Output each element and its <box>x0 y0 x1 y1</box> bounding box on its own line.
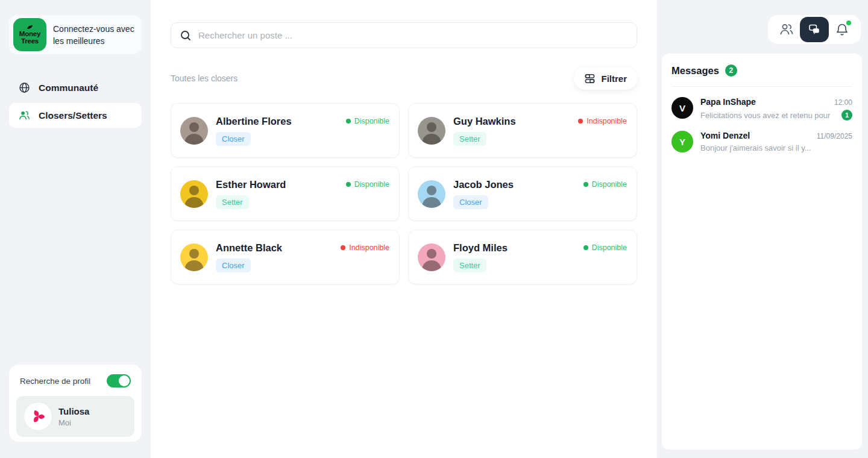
profile-card[interactable]: Albertine Flores Closer Disponible <box>171 103 400 158</box>
profile-name: Floyd Miles <box>453 242 508 254</box>
brand-name-line1: Money <box>19 30 40 37</box>
profile-name: Annette Black <box>216 242 282 254</box>
people-icon <box>18 109 31 122</box>
person-silhouette-icon <box>180 243 208 271</box>
status-dot-icon <box>346 182 351 187</box>
role-badge: Closer <box>216 259 251 272</box>
person-silhouette-icon <box>418 117 445 145</box>
app-window: Money Trees Connectez-vous avec les meil… <box>0 0 868 458</box>
sender-name: Yomi Denzel <box>700 131 750 140</box>
sidebar-item-communaute[interactable]: Communauté <box>9 77 142 99</box>
profiles-grid: Albertine Flores Closer Disponible Guy H… <box>171 103 637 284</box>
people-icon <box>779 22 794 37</box>
section-label: Toutes les closers <box>171 74 237 83</box>
sidebar-item-closers-setters[interactable]: Closers/Setters <box>9 103 142 128</box>
profile-name: Esther Howard <box>216 179 286 190</box>
contacts-button[interactable] <box>773 17 800 42</box>
status-dot-icon <box>341 245 345 250</box>
role-badge: Closer <box>453 195 488 209</box>
right-panel: Messages 2 V Papa InShape 12:00 Felicita… <box>657 0 868 458</box>
profile-name: Albertine Flores <box>216 116 292 127</box>
main-content: Toutes les closers Filtrer Albertine Flo… <box>151 0 657 458</box>
person-silhouette-icon <box>180 117 208 145</box>
avatar <box>418 180 445 208</box>
chat-icon <box>807 22 822 37</box>
sidebar: Money Trees Connectez-vous avec les meil… <box>0 0 151 458</box>
profile-name: Jacob Jones <box>453 179 514 190</box>
status-dot-icon <box>583 245 588 250</box>
profile-card[interactable]: Guy Hawkins Setter Indisponible <box>408 103 637 158</box>
profile-search-label: Recherche de profil <box>20 377 90 386</box>
sidebar-item-label: Communauté <box>39 83 98 93</box>
chat-button[interactable] <box>800 17 829 42</box>
search-icon <box>180 30 192 42</box>
status-badge: Indisponible <box>578 117 627 125</box>
search-input[interactable] <box>198 30 628 40</box>
status-badge: Disponible <box>583 243 627 252</box>
toggle-knob <box>119 375 130 386</box>
status-badge: Indisponible <box>341 243 389 252</box>
sender-avatar: Y <box>671 131 693 152</box>
profile-card[interactable]: Jacob Jones Closer Disponible <box>408 166 637 221</box>
message-time: 12:00 <box>834 98 852 107</box>
profile-search-card: Recherche de profil Tuliosa Moi <box>9 365 142 442</box>
avatar <box>180 243 208 271</box>
message-time: 11/09/2025 <box>817 132 852 140</box>
user-subtitle: Moi <box>58 418 89 427</box>
profile-name: Guy Hawkins <box>453 116 516 127</box>
topbar-icons <box>768 15 861 44</box>
current-user-card[interactable]: Tuliosa Moi <box>16 396 134 437</box>
globe-icon <box>18 81 31 94</box>
avatar <box>180 180 208 208</box>
role-badge: Setter <box>453 259 486 272</box>
brand-tagline: Connectez-vous avec les meilleures <box>53 23 134 47</box>
person-silhouette-icon <box>418 243 445 271</box>
messages-panel: Messages 2 V Papa InShape 12:00 Felicita… <box>662 54 862 450</box>
swirl-logo-icon <box>30 408 46 425</box>
status-dot-icon <box>346 119 351 124</box>
search-bar <box>171 22 637 48</box>
status-badge: Disponible <box>346 117 389 125</box>
status-badge: Disponible <box>346 180 389 189</box>
brand-logo: Money Trees <box>13 18 46 51</box>
role-badge: Setter <box>216 195 249 209</box>
leaf-icon <box>27 25 33 30</box>
message-preview: Felicitations vous avez et retenu pour <box>700 111 830 120</box>
brand-name-line2: Trees <box>21 37 39 45</box>
notifications-button[interactable] <box>829 17 855 42</box>
divider <box>671 86 852 87</box>
sender-name: Papa InShape <box>700 97 756 107</box>
brand-card: Money Trees Connectez-vous avec les meil… <box>9 15 142 54</box>
profile-search-toggle[interactable] <box>107 374 131 387</box>
status-dot-icon <box>583 182 588 187</box>
toolbar: Toutes les closers Filtrer <box>171 67 637 90</box>
notification-dot <box>846 20 851 25</box>
sidebar-item-label: Closers/Setters <box>39 110 107 121</box>
avatar <box>418 243 445 271</box>
role-badge: Closer <box>216 132 251 146</box>
role-badge: Setter <box>453 132 486 146</box>
message-item[interactable]: V Papa InShape 12:00 Felicitations vous … <box>671 97 852 121</box>
profile-card[interactable]: Annette Black Closer Indisponible <box>171 230 400 284</box>
messages-title: Messages <box>671 65 719 77</box>
person-silhouette-icon <box>418 180 445 208</box>
user-avatar <box>24 402 52 431</box>
sliders-icon <box>584 73 596 84</box>
filter-button-label: Filtrer <box>601 74 627 84</box>
avatar <box>180 117 208 145</box>
person-silhouette-icon <box>180 180 208 208</box>
message-preview: Bonjour j'aimerais savoir si il y... <box>700 143 811 152</box>
avatar <box>418 117 445 145</box>
filter-button[interactable]: Filtrer <box>574 67 637 90</box>
profile-card[interactable]: Esther Howard Setter Disponible <box>171 166 400 221</box>
status-dot-icon <box>578 119 583 124</box>
messages-unread-badge: 2 <box>725 64 737 77</box>
sidebar-nav: Communauté Closers/Setters <box>9 77 142 132</box>
message-item[interactable]: Y Yomi Denzel 11/09/2025 Bonjour j'aimer… <box>671 131 852 152</box>
profile-card[interactable]: Floyd Miles Setter Disponible <box>408 230 637 284</box>
status-badge: Disponible <box>583 180 627 189</box>
user-name: Tuliosa <box>58 406 89 416</box>
message-unread-badge: 1 <box>841 110 852 121</box>
sender-avatar: V <box>671 97 693 119</box>
